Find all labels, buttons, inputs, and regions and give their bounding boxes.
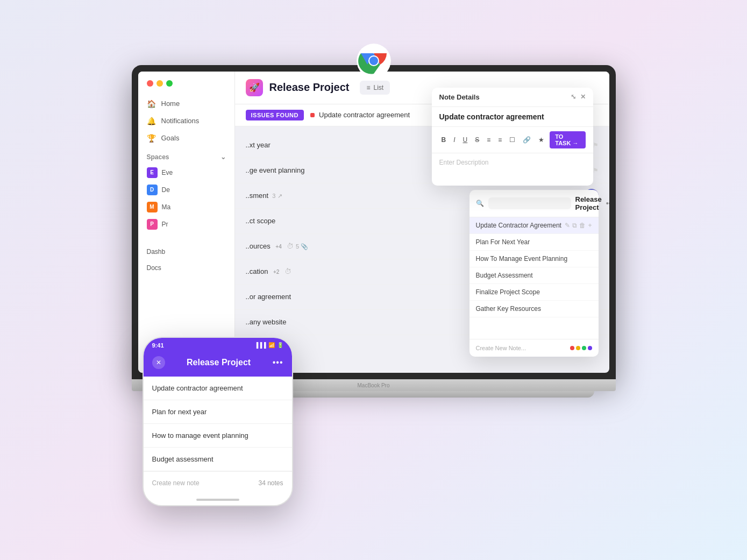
add-icon[interactable]: +: [588, 222, 592, 229]
phone-header: ✕ Release Project •••: [144, 351, 292, 377]
popup-title: Note Details: [439, 93, 480, 101]
space-pr[interactable]: P Pr: [138, 216, 234, 233]
sidebar-dashboard[interactable]: Dashb: [138, 244, 234, 260]
strikethrough-button[interactable]: S: [473, 135, 481, 145]
list-tab[interactable]: ≡ List: [360, 81, 390, 95]
notes-panel-title: Release Project: [575, 195, 602, 211]
space-avatar-m: M: [147, 202, 158, 212]
traffic-light-yellow[interactable]: [156, 80, 163, 87]
nav-notifications[interactable]: 🔔 Notifications: [138, 112, 234, 130]
notes-search-input[interactable]: [488, 197, 571, 209]
note-details-popup: Note Details ⤡ ✕ Update contractor agree…: [432, 88, 593, 186]
project-icon: 🚀: [246, 79, 263, 96]
search-icon: 🔍: [476, 200, 484, 207]
home-icon: 🏠: [147, 100, 156, 108]
list-item[interactable]: How to manage event planning: [144, 424, 292, 448]
issue-dot: [310, 113, 315, 117]
bold-button[interactable]: B: [439, 135, 449, 145]
nav-home[interactable]: 🏠 Home: [138, 95, 234, 112]
note-list-item[interactable]: Update Contractor Agreement ✎ ⧉ 🗑 +: [469, 217, 599, 234]
list-item[interactable]: Update contractor agreement: [144, 377, 292, 400]
chrome-browser-icon: [357, 44, 391, 78]
link-button[interactable]: 🔗: [521, 135, 533, 145]
phone-footer: Create new note 34 notes: [144, 471, 292, 494]
ordered-list-button[interactable]: ≡: [496, 135, 504, 145]
notes-footer: Create New Note...: [469, 339, 599, 357]
space-ma[interactable]: M Ma: [138, 199, 234, 216]
wifi-icon: 📶: [268, 342, 275, 348]
list-item[interactable]: Plan for next year: [144, 400, 292, 424]
space-de[interactable]: D De: [138, 181, 234, 199]
issue-text: Update contractor agreement: [319, 111, 410, 119]
note-title: Update contractor agreement: [432, 107, 593, 127]
phone-home-indicator: [144, 494, 292, 505]
note-toolbar: B I U S ≡ ≡ ☐ 🔗 ★ TO TASK →: [432, 127, 593, 153]
project-title: Release Project: [269, 81, 350, 94]
to-task-button[interactable]: TO TASK →: [550, 131, 585, 148]
star-button[interactable]: ★: [536, 135, 546, 145]
list-button[interactable]: ≡: [485, 135, 493, 145]
phone-note-list: Update contractor agreement Plan for nex…: [144, 377, 292, 471]
space-eve[interactable]: E Eve: [138, 164, 234, 181]
list-item[interactable]: Budget assessment: [144, 448, 292, 471]
delete-icon[interactable]: 🗑: [579, 222, 586, 229]
spaces-section: Spaces ⌄: [138, 147, 234, 164]
bell-icon: 🔔: [147, 117, 156, 125]
note-list-item[interactable]: Plan For Next Year: [469, 234, 599, 251]
issues-badge: ISSUES FOUND: [246, 110, 304, 120]
space-avatar-e: E: [147, 167, 158, 178]
nav-notifications-label: Notifications: [161, 117, 200, 125]
phone-create-note[interactable]: Create new note: [152, 479, 200, 487]
space-avatar-p: P: [147, 219, 158, 230]
list-icon: ≡: [366, 84, 370, 91]
phone-time: 9:41: [152, 342, 164, 349]
space-avatar-d: D: [147, 185, 158, 195]
notes-panel: 🔍 Release Project ••• ✕ Update Contracto…: [469, 190, 599, 357]
note-list-item[interactable]: Gather Key Resources: [469, 301, 599, 317]
nav-goals[interactable]: 🏆 Goals: [138, 130, 234, 147]
notes-count: 34 notes: [258, 479, 283, 487]
italic-button[interactable]: I: [451, 135, 457, 145]
note-list-item[interactable]: How To Manage Event Planning: [469, 251, 599, 267]
note-body-placeholder[interactable]: Enter Description: [432, 153, 593, 186]
nav-goals-label: Goals: [161, 134, 180, 142]
chevron-down-icon: ⌄: [220, 153, 226, 161]
home-bar: [196, 499, 239, 501]
close-icon[interactable]: ✕: [580, 93, 586, 101]
color-dots: [570, 346, 592, 350]
signal-icon: ▐▐▐: [254, 342, 266, 348]
note-list-item[interactable]: Finalize Project Scope: [469, 284, 599, 301]
note-list-item[interactable]: Budget Assessment: [469, 267, 599, 284]
underline-button[interactable]: U: [461, 135, 470, 145]
trophy-icon: 🏆: [147, 134, 156, 143]
phone-more-options[interactable]: •••: [273, 358, 283, 367]
phone-device: 9:41 ▐▐▐ 📶 🔋 ✕ Release Project ••• Updat…: [143, 337, 293, 506]
edit-icon[interactable]: ✎: [565, 222, 570, 229]
popup-header: Note Details ⤡ ✕: [432, 88, 593, 107]
phone-back-button[interactable]: ✕: [152, 356, 165, 369]
sidebar-docs[interactable]: Docs: [138, 260, 234, 276]
phone-status-bar: 9:41 ▐▐▐ 📶 🔋: [144, 338, 292, 351]
svg-point-3: [369, 56, 378, 65]
battery-icon: 🔋: [277, 342, 283, 348]
flag-icon: ⚑: [593, 141, 599, 149]
traffic-light-green[interactable]: [166, 80, 173, 87]
flag-icon: ⚑: [593, 167, 599, 174]
traffic-light-red[interactable]: [147, 80, 153, 87]
copy-icon[interactable]: ⧉: [572, 222, 577, 229]
app-sidebar: 🏠 Home 🔔 Notifications 🏆 Goals Spa: [138, 72, 235, 373]
resize-icon[interactable]: ⤡: [571, 93, 576, 101]
more-options-icon[interactable]: •••: [606, 199, 609, 208]
phone-header-title: Release Project: [187, 358, 251, 367]
checkbox-button[interactable]: ☐: [507, 135, 517, 145]
nav-home-label: Home: [161, 100, 180, 108]
notes-panel-header: 🔍 Release Project ••• ✕: [469, 190, 599, 217]
